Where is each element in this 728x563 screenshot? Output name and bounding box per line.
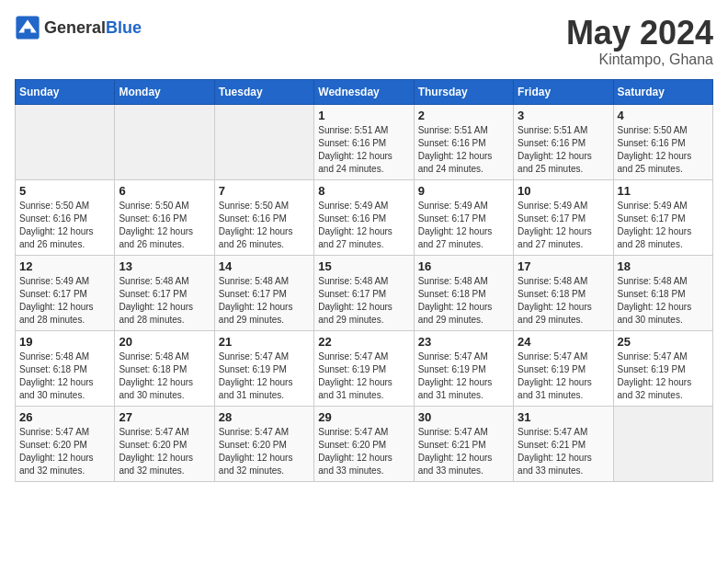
header-friday: Friday	[514, 79, 613, 104]
day-number: 5	[19, 184, 110, 198]
table-cell: 24Sunrise: 5:47 AM Sunset: 6:19 PM Dayli…	[514, 330, 613, 406]
day-info: Sunrise: 5:49 AM Sunset: 6:17 PM Dayligh…	[618, 200, 709, 251]
day-info: Sunrise: 5:51 AM Sunset: 6:16 PM Dayligh…	[318, 124, 409, 176]
subtitle: Kintampo, Ghana	[566, 52, 713, 68]
day-info: Sunrise: 5:48 AM Sunset: 6:18 PM Dayligh…	[19, 350, 110, 402]
header-tuesday: Tuesday	[214, 79, 313, 104]
table-cell: 20Sunrise: 5:48 AM Sunset: 6:18 PM Dayli…	[115, 330, 214, 406]
day-info: Sunrise: 5:48 AM Sunset: 6:17 PM Dayligh…	[318, 275, 409, 327]
day-number: 3	[518, 109, 609, 122]
day-number: 25	[618, 335, 709, 349]
table-cell	[613, 406, 712, 481]
day-number: 7	[219, 184, 310, 198]
table-cell: 16Sunrise: 5:48 AM Sunset: 6:18 PM Dayli…	[414, 255, 513, 330]
table-cell: 27Sunrise: 5:47 AM Sunset: 6:20 PM Dayli…	[115, 406, 214, 481]
day-number: 6	[119, 184, 210, 198]
day-number: 19	[19, 335, 110, 349]
week-row-1: 1Sunrise: 5:51 AM Sunset: 6:16 PM Daylig…	[16, 104, 713, 179]
table-cell: 15Sunrise: 5:48 AM Sunset: 6:17 PM Dayli…	[314, 255, 414, 330]
day-info: Sunrise: 5:51 AM Sunset: 6:16 PM Dayligh…	[418, 124, 509, 176]
header-sunday: Sunday	[16, 79, 115, 104]
day-info: Sunrise: 5:47 AM Sunset: 6:19 PM Dayligh…	[318, 350, 409, 402]
table-cell: 26Sunrise: 5:47 AM Sunset: 6:20 PM Dayli…	[16, 406, 115, 481]
day-info: Sunrise: 5:49 AM Sunset: 6:17 PM Dayligh…	[19, 275, 110, 327]
day-info: Sunrise: 5:49 AM Sunset: 6:16 PM Dayligh…	[318, 200, 409, 251]
table-cell: 5Sunrise: 5:50 AM Sunset: 6:16 PM Daylig…	[16, 179, 115, 255]
day-info: Sunrise: 5:47 AM Sunset: 6:19 PM Dayligh…	[618, 350, 709, 402]
table-cell: 23Sunrise: 5:47 AM Sunset: 6:19 PM Dayli…	[414, 330, 513, 406]
day-number: 29	[318, 410, 409, 424]
day-number: 23	[418, 335, 509, 349]
table-cell: 17Sunrise: 5:48 AM Sunset: 6:18 PM Dayli…	[514, 255, 613, 330]
day-number: 4	[618, 109, 709, 122]
table-cell: 28Sunrise: 5:47 AM Sunset: 6:20 PM Dayli…	[214, 406, 313, 481]
day-number: 24	[518, 335, 609, 349]
day-info: Sunrise: 5:47 AM Sunset: 6:21 PM Dayligh…	[518, 426, 609, 477]
day-number: 14	[219, 259, 310, 273]
calendar-body: 1Sunrise: 5:51 AM Sunset: 6:16 PM Daylig…	[16, 104, 713, 481]
day-info: Sunrise: 5:50 AM Sunset: 6:16 PM Dayligh…	[19, 200, 110, 251]
header-row: Sunday Monday Tuesday Wednesday Thursday…	[16, 79, 713, 104]
day-info: Sunrise: 5:48 AM Sunset: 6:18 PM Dayligh…	[418, 275, 509, 327]
week-row-4: 19Sunrise: 5:48 AM Sunset: 6:18 PM Dayli…	[16, 330, 713, 406]
table-cell: 12Sunrise: 5:49 AM Sunset: 6:17 PM Dayli…	[16, 255, 115, 330]
svg-rect-2	[25, 29, 31, 34]
week-row-5: 26Sunrise: 5:47 AM Sunset: 6:20 PM Dayli…	[16, 406, 713, 481]
table-cell: 3Sunrise: 5:51 AM Sunset: 6:16 PM Daylig…	[514, 104, 613, 179]
day-number: 10	[518, 184, 609, 198]
day-info: Sunrise: 5:47 AM Sunset: 6:19 PM Dayligh…	[418, 350, 509, 402]
day-info: Sunrise: 5:48 AM Sunset: 6:18 PM Dayligh…	[618, 275, 709, 327]
table-cell: 7Sunrise: 5:50 AM Sunset: 6:16 PM Daylig…	[214, 179, 313, 255]
header-monday: Monday	[115, 79, 214, 104]
day-number: 27	[119, 410, 210, 424]
day-number: 21	[219, 335, 310, 349]
day-number: 30	[418, 410, 509, 424]
day-number: 2	[418, 109, 509, 122]
day-number: 16	[418, 259, 509, 273]
table-cell: 19Sunrise: 5:48 AM Sunset: 6:18 PM Dayli…	[16, 330, 115, 406]
header-saturday: Saturday	[613, 79, 712, 104]
day-info: Sunrise: 5:47 AM Sunset: 6:20 PM Dayligh…	[19, 426, 110, 477]
table-cell: 2Sunrise: 5:51 AM Sunset: 6:16 PM Daylig…	[414, 104, 513, 179]
day-number: 9	[418, 184, 509, 198]
day-info: Sunrise: 5:50 AM Sunset: 6:16 PM Dayligh…	[618, 124, 709, 176]
table-cell	[214, 104, 313, 179]
table-cell: 30Sunrise: 5:47 AM Sunset: 6:21 PM Dayli…	[414, 406, 513, 481]
page-header: GeneralBlue May 2024 Kintampo, Ghana	[15, 15, 713, 68]
table-cell: 21Sunrise: 5:47 AM Sunset: 6:19 PM Dayli…	[214, 330, 313, 406]
table-cell: 6Sunrise: 5:50 AM Sunset: 6:16 PM Daylig…	[115, 179, 214, 255]
logo-text: GeneralBlue	[44, 19, 142, 37]
day-number: 31	[518, 410, 609, 424]
table-cell: 10Sunrise: 5:49 AM Sunset: 6:17 PM Dayli…	[514, 179, 613, 255]
day-number: 26	[19, 410, 110, 424]
day-info: Sunrise: 5:47 AM Sunset: 6:19 PM Dayligh…	[518, 350, 609, 402]
day-number: 18	[618, 259, 709, 273]
week-row-3: 12Sunrise: 5:49 AM Sunset: 6:17 PM Dayli…	[16, 255, 713, 330]
table-cell: 22Sunrise: 5:47 AM Sunset: 6:19 PM Dayli…	[314, 330, 414, 406]
day-number: 1	[318, 109, 409, 122]
day-info: Sunrise: 5:47 AM Sunset: 6:21 PM Dayligh…	[418, 426, 509, 477]
week-row-2: 5Sunrise: 5:50 AM Sunset: 6:16 PM Daylig…	[16, 179, 713, 255]
table-cell: 29Sunrise: 5:47 AM Sunset: 6:20 PM Dayli…	[314, 406, 414, 481]
calendar-header: Sunday Monday Tuesday Wednesday Thursday…	[16, 79, 713, 104]
day-info: Sunrise: 5:47 AM Sunset: 6:20 PM Dayligh…	[318, 426, 409, 477]
day-number: 15	[318, 259, 409, 273]
table-cell: 31Sunrise: 5:47 AM Sunset: 6:21 PM Dayli…	[514, 406, 613, 481]
header-wednesday: Wednesday	[314, 79, 414, 104]
day-number: 20	[119, 335, 210, 349]
logo-icon	[15, 15, 40, 40]
day-number: 11	[618, 184, 709, 198]
logo-blue: Blue	[106, 18, 142, 37]
day-info: Sunrise: 5:48 AM Sunset: 6:17 PM Dayligh…	[119, 275, 210, 327]
day-info: Sunrise: 5:48 AM Sunset: 6:18 PM Dayligh…	[518, 275, 609, 327]
day-number: 17	[518, 259, 609, 273]
table-cell: 11Sunrise: 5:49 AM Sunset: 6:17 PM Dayli…	[613, 179, 712, 255]
day-number: 22	[318, 335, 409, 349]
header-thursday: Thursday	[414, 79, 513, 104]
day-info: Sunrise: 5:51 AM Sunset: 6:16 PM Dayligh…	[518, 124, 609, 176]
day-number: 12	[19, 259, 110, 273]
table-cell: 9Sunrise: 5:49 AM Sunset: 6:17 PM Daylig…	[414, 179, 513, 255]
day-number: 8	[318, 184, 409, 198]
day-info: Sunrise: 5:47 AM Sunset: 6:20 PM Dayligh…	[219, 426, 310, 477]
day-number: 28	[219, 410, 310, 424]
